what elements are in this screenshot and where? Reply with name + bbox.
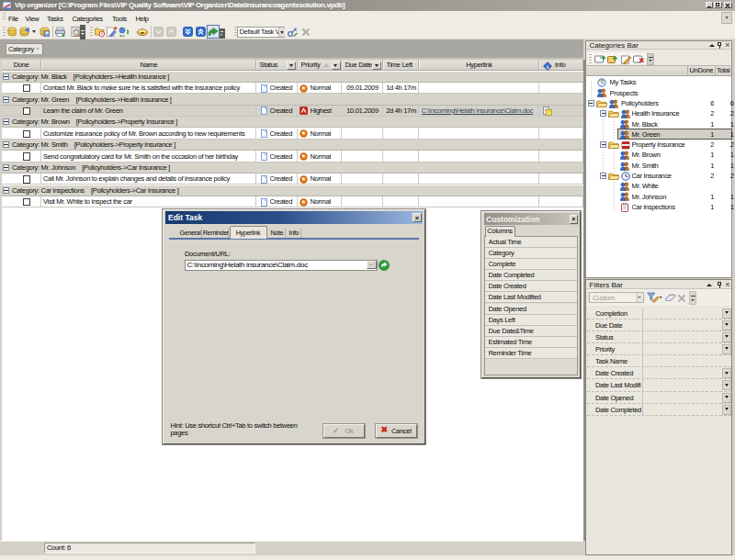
svg-text:i: i xyxy=(547,62,548,70)
